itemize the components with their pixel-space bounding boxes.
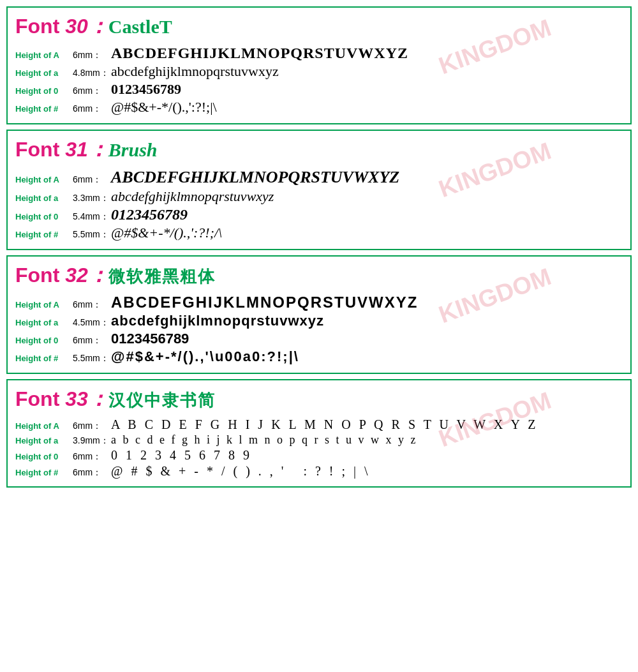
row-33-num: Height of 0 6mm： 0 1 2 3 4 5 6 7 8 9 [15, 448, 623, 463]
chars-30-num: 0123456789 [111, 81, 181, 98]
font-number-33: 33： [65, 387, 108, 410]
label-32-sym: Height of # [15, 354, 73, 363]
row-32-sym: Height of # 5.5mm： @#$&+-*/().,'\u00a0:?… [15, 348, 623, 365]
row-30-num: Height of 0 6mm： 0123456789 [15, 81, 623, 98]
meas-30-num: 6mm： [73, 86, 111, 97]
label-31-upper: Height of A [15, 175, 73, 184]
meas-33-num: 6mm： [73, 451, 111, 463]
chars-33-num: 0 1 2 3 4 5 6 7 8 9 [111, 448, 252, 463]
row-32-upper: Height of A 6mm： ABCDEFGHIJKLMNOPQRSTUVW… [15, 294, 623, 311]
chars-30-lower: abcdefghijklmnopqrstuvwxyz [111, 63, 279, 80]
row-30-lower: Height of a 4.8mm： abcdefghijklmnopqrstu… [15, 63, 623, 80]
label-31-num: Height of 0 [15, 212, 73, 221]
row-32-num: Height of 0 6mm： 0123456789 [15, 331, 623, 347]
row-31-lower: Height of a 3.3mm： abcdefghijklmnopqrstu… [15, 188, 623, 205]
chars-32-lower: abcdefghijklmnopqrstuvwxyz [111, 313, 324, 329]
font-section-30: KINGDOM Font 30：CastleT Height of A 6mm：… [6, 6, 632, 124]
font-number-31: 31： [65, 138, 108, 161]
page: KINGDOM Font 30：CastleT Height of A 6mm：… [0, 0, 638, 499]
font-section-33: KINGDOM Font 33：汉仪中隶书简 Height of A 6mm： … [6, 379, 632, 488]
meas-32-lower: 4.5mm： [73, 317, 111, 329]
meas-33-upper: 6mm： [73, 421, 111, 432]
chars-30-sym: @#$&+-*/().,':?!;|\ [111, 99, 217, 116]
font-section-32: KINGDOM Font 32：微软雅黑粗体 Height of A 6mm： … [6, 255, 632, 374]
meas-31-sym: 5.5mm： [73, 229, 111, 241]
font-number-32: 32： [65, 264, 108, 287]
row-32-lower: Height of a 4.5mm： abcdefghijklmnopqrstu… [15, 313, 623, 329]
chars-32-upper: ABCDEFGHIJKLMNOPQRSTUVWXYZ [111, 294, 418, 311]
label-30-lower: Height of a [15, 68, 73, 78]
label-32-num: Height of 0 [15, 336, 73, 345]
font-title-32: Font 32：微软雅黑粗体 [15, 262, 623, 290]
label-31-lower: Height of a [15, 193, 73, 203]
meas-30-sym: 6mm： [73, 103, 111, 115]
meas-33-lower: 3.9mm： [73, 435, 111, 447]
label-30-upper: Height of A [15, 50, 73, 60]
label-32-lower: Height of a [15, 318, 73, 327]
meas-31-upper: 6mm： [73, 174, 111, 186]
font-label-31: Font [15, 138, 65, 161]
chars-31-lower: abcdefghijklmnopqrstuvwxyz [111, 188, 274, 205]
row-31-upper: Height of A 6mm： ABCDEFGHIJKLMNOPQRSTUVW… [15, 168, 623, 187]
font-name-32: 微软雅黑粗体 [108, 267, 216, 286]
chars-31-num: 0123456789 [111, 206, 188, 223]
font-title-33: Font 33：汉仪中隶书简 [15, 385, 623, 414]
meas-30-lower: 4.8mm： [73, 68, 111, 79]
chars-32-sym: @#$&+-*/().,'\u00a0:?!;|\ [111, 348, 299, 365]
font-section-31: KINGDOM Font 31：Brush Height of A 6mm： A… [6, 130, 632, 250]
font-name-31: Brush [108, 139, 158, 160]
chars-33-sym: @ # $ & + - * / ( ) . , ' : ? ! ; | \ [111, 464, 371, 479]
row-31-sym: Height of # 5.5mm： @#$&+-*/().,':?!;/\ [15, 225, 623, 241]
chars-31-upper: ABCDEFGHIJKLMNOPQRSTUVWXYZ [111, 168, 399, 187]
meas-32-sym: 5.5mm： [73, 353, 111, 364]
font-title-31: Font 31：Brush [15, 136, 623, 164]
meas-33-sym: 6mm： [73, 467, 111, 479]
chars-33-upper: A B C D E F G H I J K L M N O P Q R S T … [111, 417, 538, 432]
meas-32-num: 6mm： [73, 335, 111, 347]
font-label-30: Font [15, 15, 65, 38]
meas-32-upper: 6mm： [73, 299, 111, 311]
font-name-33: 汉仪中隶书简 [108, 391, 216, 410]
font-number-30: 30： [65, 15, 108, 38]
meas-31-num: 5.4mm： [73, 211, 111, 223]
label-33-sym: Height of # [15, 468, 73, 477]
row-30-sym: Height of # 6mm： @#$&+-*/().,':?!;|\ [15, 99, 623, 116]
chars-31-sym: @#$&+-*/().,':?!;/\ [111, 225, 222, 241]
label-33-num: Height of 0 [15, 452, 73, 461]
row-33-upper: Height of A 6mm： A B C D E F G H I J K L… [15, 417, 623, 432]
font-label-32: Font [15, 264, 65, 287]
meas-30-upper: 6mm： [73, 50, 111, 61]
label-30-num: Height of 0 [15, 86, 73, 96]
chars-30-upper: ABCDEFGHIJKLMNOPQRSTUVWXYZ [111, 45, 408, 62]
chars-33-lower: a b c d e f g h i j k l m n o p q r s t … [111, 433, 417, 447]
meas-31-lower: 3.3mm： [73, 193, 111, 204]
chars-32-num: 0123456789 [111, 331, 189, 347]
row-31-num: Height of 0 5.4mm： 0123456789 [15, 206, 623, 223]
label-32-upper: Height of A [15, 300, 73, 310]
row-30-upper: Height of A 6mm： ABCDEFGHIJKLMNOPQRSTUVW… [15, 45, 623, 62]
label-31-sym: Height of # [15, 230, 73, 239]
font-label-33: Font [15, 387, 65, 410]
font-title-30: Font 30：CastleT [15, 13, 623, 41]
row-33-sym: Height of # 6mm： @ # $ & + - * / ( ) . ,… [15, 464, 623, 479]
label-30-sym: Height of # [15, 104, 73, 114]
row-33-lower: Height of a 3.9mm： a b c d e f g h i j k… [15, 433, 623, 447]
label-33-lower: Height of a [15, 436, 73, 445]
label-33-upper: Height of A [15, 421, 73, 431]
font-name-30: CastleT [108, 16, 172, 37]
